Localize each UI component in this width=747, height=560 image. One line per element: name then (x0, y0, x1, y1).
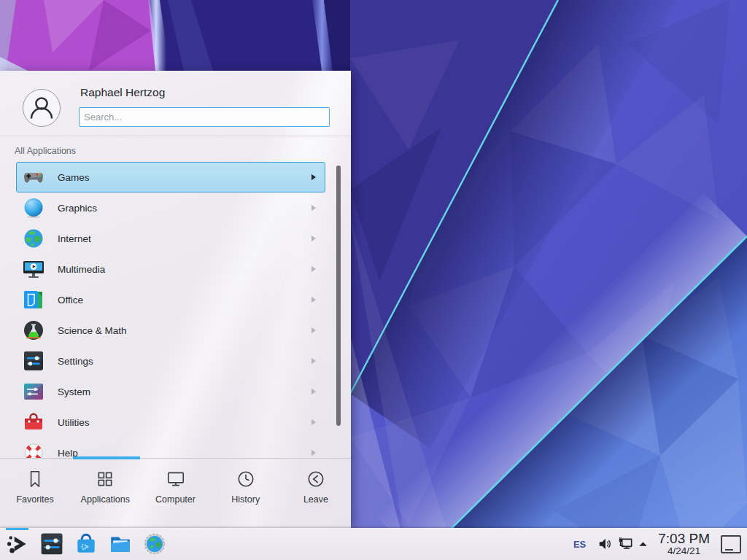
category-label: Multimedia (58, 264, 311, 275)
discover-button[interactable] (74, 532, 98, 556)
expand-tray-icon[interactable] (638, 539, 649, 550)
tab-label: History (231, 494, 260, 505)
leave-icon (306, 469, 326, 489)
list-scrollbar[interactable] (336, 166, 341, 426)
active-task-indicator (6, 528, 28, 530)
tray-icons (594, 536, 649, 553)
submenu-arrow-icon (311, 388, 317, 395)
category-label: Utilities (58, 417, 311, 428)
folder-icon (108, 532, 133, 556)
globe-icon (22, 227, 45, 250)
sliders-dark-icon (22, 349, 45, 373)
browser-globe-icon (142, 532, 167, 556)
clock-time: 7:03 PM (658, 532, 710, 546)
grid-icon (95, 469, 115, 489)
category-row-graphics[interactable]: Graphics (16, 192, 325, 223)
bookmark-icon (25, 469, 45, 489)
tab-history[interactable]: History (211, 459, 281, 528)
submenu-arrow-icon (311, 357, 317, 365)
digital-clock[interactable]: 7:03 PM 4/24/21 (658, 532, 710, 556)
submenu-arrow-icon (311, 296, 317, 303)
section-label: All Applications (15, 146, 76, 156)
header-divider (0, 136, 351, 136)
application-launcher-button[interactable] (5, 532, 30, 556)
system-settings-button[interactable] (39, 532, 64, 556)
flask-icon (22, 319, 45, 342)
network-icon[interactable] (617, 536, 634, 553)
tab-label: Favorites (16, 494, 53, 505)
tabbar-divider (0, 458, 351, 459)
submenu-arrow-icon (311, 449, 317, 456)
category-label: System (58, 386, 311, 397)
category-label: Settings (58, 356, 311, 367)
paint-sphere-icon (22, 196, 45, 219)
submenu-arrow-icon (311, 327, 317, 334)
category-row-help[interactable]: Help (16, 438, 325, 459)
show-desktop-button[interactable] (721, 535, 741, 553)
user-avatar[interactable] (22, 88, 61, 128)
submenu-arrow-icon (311, 419, 317, 426)
tab-label: Applications (81, 494, 130, 505)
volume-icon[interactable] (597, 536, 614, 552)
kde-launcher-icon (5, 532, 30, 556)
toolbox-icon (22, 411, 45, 434)
category-row-office[interactable]: Office (16, 284, 325, 315)
tab-label: Leave (303, 494, 328, 505)
search-input[interactable] (79, 107, 330, 127)
application-launcher-menu: Raphael Hertzog All Applications GamesGr… (0, 71, 351, 528)
submenu-arrow-icon (311, 174, 317, 181)
tab-computer[interactable]: Computer (140, 459, 210, 528)
category-list: GamesGraphicsInternetMultimediaOfficeSci… (16, 162, 325, 459)
web-browser-button[interactable] (142, 532, 167, 556)
discover-bag-icon (74, 532, 98, 556)
category-row-internet[interactable]: Internet (16, 223, 325, 254)
category-row-settings[interactable]: Settings (16, 346, 325, 376)
system-tray: ES 7:03 PM 4/24/21 (573, 528, 747, 560)
sliders-color-icon (22, 380, 45, 403)
category-row-games[interactable]: Games (16, 162, 325, 192)
user-name: Raphael Hertzog (80, 86, 165, 99)
lifebuoy-icon (22, 441, 45, 459)
category-label: Games (58, 172, 311, 183)
category-label: Graphics (58, 203, 311, 214)
category-row-system[interactable]: System (16, 376, 325, 407)
monitor-icon (166, 469, 186, 489)
clock-date: 4/24/21 (667, 546, 700, 556)
tab-bar: FavoritesApplicationsComputerHistoryLeav… (0, 459, 351, 528)
file-manager-button[interactable] (108, 532, 133, 556)
category-row-utilities[interactable]: Utilities (16, 407, 325, 438)
tab-leave[interactable]: Leave (281, 459, 351, 528)
clock-icon (236, 469, 256, 489)
keyboard-layout-indicator[interactable]: ES (573, 539, 586, 550)
category-label: Internet (58, 233, 311, 244)
taskbar-app-icons (5, 532, 167, 556)
tab-favorites[interactable]: Favorites (0, 459, 70, 528)
tab-applications[interactable]: Applications (70, 459, 140, 528)
desktop: Raphael Hertzog All Applications GamesGr… (0, 0, 747, 560)
documents-icon (22, 288, 45, 311)
submenu-arrow-icon (311, 265, 317, 273)
submenu-arrow-icon (311, 235, 317, 242)
gamepad-icon (22, 166, 45, 189)
media-screen-icon (22, 257, 45, 281)
taskbar: ES 7:03 PM 4/24/21 (0, 528, 747, 560)
category-label: Science & Math (58, 325, 311, 336)
tab-label: Computer (155, 494, 196, 505)
system-settings-icon (39, 532, 64, 556)
category-row-multimedia[interactable]: Multimedia (16, 254, 325, 284)
category-label: Office (58, 295, 311, 306)
submenu-arrow-icon (311, 204, 317, 211)
category-row-science-math[interactable]: Science & Math (16, 315, 325, 346)
